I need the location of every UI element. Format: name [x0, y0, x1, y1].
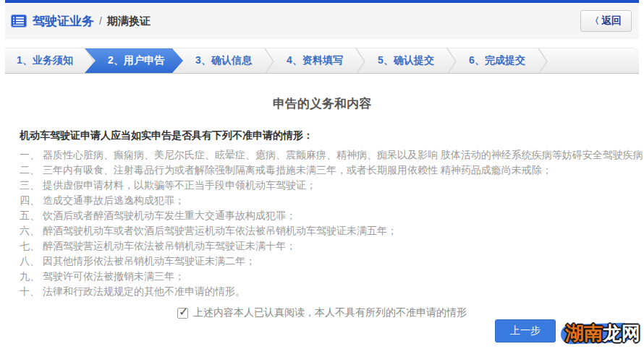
step-separator-chevron-icon	[355, 48, 365, 73]
step-label: 4、资料填写	[287, 54, 343, 67]
page-title: 申告的义务和内容	[14, 95, 630, 112]
step-separator-chevron-icon	[264, 48, 274, 73]
chevron-left-icon: 〈	[590, 15, 599, 27]
header-bar: 驾驶证业务 / 期满换证 〈 返回	[5, 0, 639, 39]
step-5-confirm-submit[interactable]: 5、确认提交	[365, 48, 446, 73]
step-label: 5、确认提交	[378, 54, 434, 67]
declaration-item-7: 七、 醉酒驾驶营运机动车依法被吊销机动车驾驶证未满十年；	[20, 238, 630, 254]
back-button[interactable]: 〈 返回	[580, 10, 632, 32]
back-button-label: 返回	[601, 14, 622, 27]
declaration-item-10: 十、 法律和行政法规规定的其他不准申请的情形。	[20, 284, 630, 299]
watermark-blob	[561, 322, 632, 344]
step-2-user-declaration-active[interactable]: 2、用户申告	[85, 48, 183, 73]
step-separator-chevron-icon	[446, 48, 457, 73]
declaration-list: 一、 器质性心脏病、癫痫病、美尼尔氏症、眩晕症、癔病、震颤麻痹、精神病、痴呆以及…	[20, 147, 630, 299]
step-6-complete-submit[interactable]: 6、完成提交	[457, 48, 538, 73]
declaration-item-1: 一、 器质性心脏病、癫痫病、美尼尔氏症、眩晕症、癔病、震颤麻痹、精神病、痴呆以及…	[20, 147, 630, 163]
breadcrumb-separator: /	[99, 15, 102, 27]
step-4-fill-materials[interactable]: 4、资料填写	[274, 48, 355, 73]
agreement-label: 上述内容本人已认真阅读，本人不具有所列的不准申请的情形	[193, 306, 467, 319]
declaration-item-9: 九、 驾驶许可依法被撤销未满三年；	[20, 269, 630, 284]
step-label: 2、用户申告	[108, 54, 164, 67]
step-label: 6、完成提交	[469, 54, 525, 67]
step-wizard: 1、业务须知 2、用户申告 3、确认信息 4、资料填写 5、确认提交 6、完成提…	[5, 48, 639, 74]
step-bar-filler	[548, 48, 639, 73]
step-label: 1、业务须知	[17, 54, 73, 67]
main-content: 申告的义务和内容 机动车驾驶证申请人应当如实申告是否具有下列不准申请的情形： 一…	[5, 95, 639, 319]
watermark-text-part1: 湖南	[565, 322, 603, 344]
breadcrumb-current-page: 期满换证	[107, 14, 151, 28]
declaration-item-8: 八、 因其他情形依法被吊销机动车驾驶证未满二年；	[20, 254, 630, 269]
step-3-confirm-info[interactable]: 3、确认信息	[183, 48, 264, 73]
step-separator-chevron-icon	[538, 48, 548, 73]
declaration-item-2: 二、 三年内有吸食、注射毒品行为或者解除强制隔离戒毒措施未满三年，或者长期服用依…	[20, 163, 630, 178]
previous-step-button[interactable]: 上一步	[495, 319, 556, 342]
site-watermark: 湖南龙网	[565, 322, 640, 344]
breadcrumb-service-title: 驾驶证业务	[33, 13, 94, 30]
declaration-intro-text: 机动车驾驶证申请人应当如实申告是否具有下列不准申请的情形：	[20, 129, 630, 142]
step-1-business-notice[interactable]: 1、业务须知	[5, 48, 85, 73]
declaration-item-3: 三、 提供虚假申请材料，以欺骗等不正当手段申领机动车驾驶证；	[20, 178, 630, 193]
agreement-checkbox-checked-icon[interactable]	[177, 308, 188, 319]
watermark-text-part2: 龙网	[603, 322, 640, 344]
agreement-row: 上述内容本人已认真阅读，本人不具有所列的不准申请的情形	[14, 306, 630, 319]
page-frame: 驾驶证业务 / 期满换证 〈 返回 1、业务须知 2、用户申告 3、确认信息 4…	[5, 0, 639, 319]
declaration-item-5: 五、 饮酒后或者醉酒驾驶机动车发生重大交通事故构成犯罪；	[20, 208, 630, 223]
declaration-item-6: 六、 醉酒驾驶机动车或者饮酒后驾驶营运机动车依法被吊销机动车驾驶证未满五年；	[20, 223, 630, 238]
form-list-icon	[11, 14, 27, 27]
step-label: 3、确认信息	[195, 54, 252, 67]
declaration-item-4: 四、 造成交通事故后逃逸构成犯罪；	[20, 193, 630, 208]
